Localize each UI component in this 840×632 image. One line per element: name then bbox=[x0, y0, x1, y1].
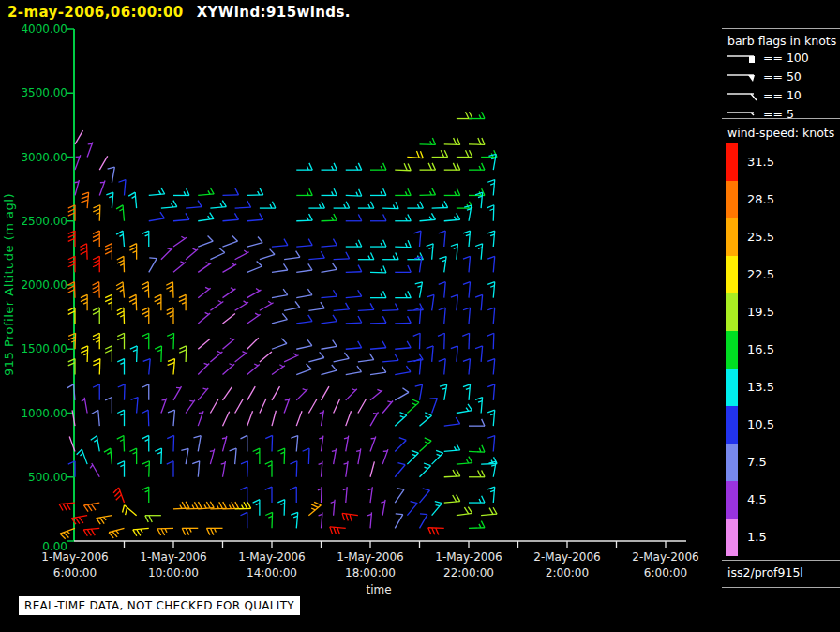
x-tick-label: 1-May-200610:00:00 bbox=[131, 549, 216, 581]
x-tick-label: 1-May-200622:00:00 bbox=[427, 549, 511, 581]
flag50-icon bbox=[726, 68, 759, 83]
y-tick-label: 4000.00 bbox=[6, 23, 68, 36]
x-tick-label: 1-May-20066:00:00 bbox=[33, 549, 117, 581]
colorbar-block bbox=[726, 406, 738, 444]
y-tick-label: 2500.00 bbox=[6, 215, 68, 228]
colorbar-label: 25.5 bbox=[747, 230, 774, 244]
barb-legend-label: == 50 bbox=[763, 69, 802, 83]
y-tick-label: 2000.00 bbox=[6, 278, 68, 292]
barb-legend-title: barb flags in knots bbox=[728, 34, 836, 48]
barb-legend-row: == 5 bbox=[726, 105, 794, 122]
barb10-icon bbox=[726, 87, 759, 102]
colorbar-block bbox=[726, 218, 738, 256]
y-tick-label: 3500.00 bbox=[6, 86, 68, 99]
colorbar-label: 28.5 bbox=[747, 192, 774, 206]
wind-barb-plot bbox=[0, 0, 840, 632]
colorbar-block bbox=[726, 519, 738, 556]
legend-divider-mid bbox=[722, 118, 840, 119]
colorbar-label: 7.5 bbox=[747, 455, 767, 469]
data-source-label: iss2/prof915l bbox=[728, 565, 803, 579]
colorbar-block bbox=[726, 444, 738, 481]
colorbar-block bbox=[726, 181, 738, 218]
flag100-icon bbox=[726, 50, 759, 65]
x-tick-label: 2-May-20062:00:00 bbox=[525, 549, 609, 581]
colorbar-block bbox=[726, 331, 738, 369]
barb-legend-label: == 10 bbox=[763, 88, 802, 102]
legend-divider-top bbox=[722, 28, 840, 29]
y-tick-label: 1000.00 bbox=[6, 407, 68, 420]
x-tick-label: 1-May-200618:00:00 bbox=[328, 549, 412, 581]
colorbar-block bbox=[726, 481, 738, 519]
colorbar-label: 16.5 bbox=[747, 342, 774, 356]
barb-legend-row: == 50 bbox=[726, 68, 802, 84]
colorbar-label: 31.5 bbox=[747, 155, 774, 169]
colorbar-label: 1.5 bbox=[747, 530, 767, 544]
x-tick-label: 2-May-20066:00:00 bbox=[623, 549, 708, 581]
colorbar-label: 4.5 bbox=[747, 492, 767, 506]
colorbar-block bbox=[726, 369, 738, 406]
wind-profiler-window: 2-may-2006,06:00:00XYWind:915winds. 915 … bbox=[0, 0, 840, 632]
speed-legend-title: wind-speed: knots bbox=[728, 126, 834, 140]
colorbar-label: 10.5 bbox=[747, 417, 774, 431]
x-tick-label: 1-May-200614:00:00 bbox=[230, 549, 314, 581]
x-axis-title: time bbox=[337, 583, 421, 596]
colorbar-label: 19.5 bbox=[747, 305, 774, 319]
barb-legend-label: == 100 bbox=[763, 51, 809, 65]
colorbar-label: 22.5 bbox=[747, 267, 774, 281]
colorbar-block bbox=[726, 256, 738, 293]
barb-legend-row: == 100 bbox=[726, 49, 809, 66]
y-tick-label: 3000.00 bbox=[6, 151, 68, 164]
legend-panel: barb flags in knots == 100== 50== 10== 5… bbox=[722, 0, 840, 632]
footer-divider-top bbox=[722, 560, 840, 561]
colorbar-label: 13.5 bbox=[747, 380, 774, 394]
barb-legend-row: == 10 bbox=[726, 86, 802, 103]
y-tick-label: 500.00 bbox=[6, 471, 68, 484]
footer-divider-bottom bbox=[722, 587, 840, 588]
colorbar-block bbox=[726, 143, 738, 181]
quality-warning-banner: REAL-TIME DATA, NOT CHECKED FOR QUALITY bbox=[19, 596, 300, 615]
colorbar-block bbox=[726, 293, 738, 331]
y-tick-label: 1500.00 bbox=[6, 342, 68, 355]
